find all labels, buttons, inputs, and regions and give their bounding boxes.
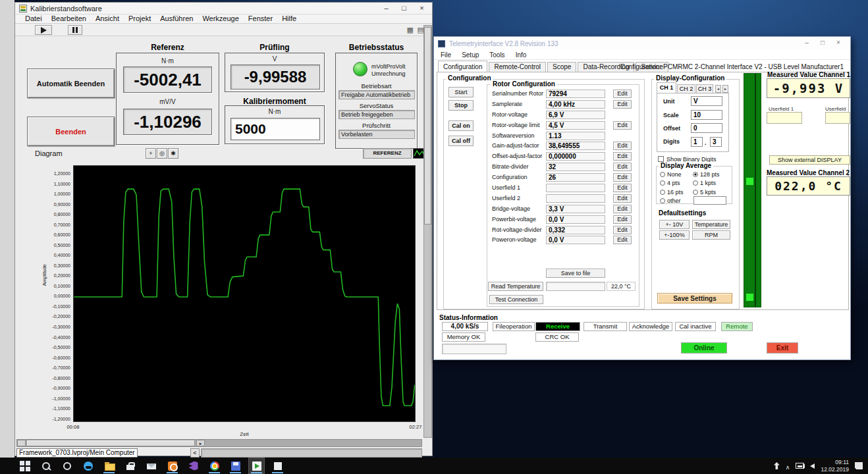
save-to-file-button[interactable]: Save to file (546, 269, 605, 278)
channel-tab-next-icon[interactable] (722, 85, 728, 93)
minimize-icon[interactable]: – (377, 3, 395, 14)
default-rpm-button[interactable]: RPM (692, 230, 730, 240)
hidden-icons-chevron-icon[interactable] (786, 460, 790, 472)
menu-item[interactable]: Fenster (244, 14, 277, 23)
title-bar[interactable]: Kalibrierstandsoftware – □ × (15, 3, 432, 14)
channel-tab-2[interactable]: CH 2 (677, 84, 695, 93)
taskbar-icon[interactable] (122, 458, 138, 473)
average-option[interactable]: 1 kpts (693, 179, 731, 188)
close-icon[interactable]: × (830, 38, 846, 48)
field-value[interactable]: 0,0 V (546, 236, 605, 244)
read-temperature-button[interactable]: Read Temperature (488, 282, 543, 291)
tab[interactable]: Scope (547, 62, 576, 72)
menu-item[interactable]: Bearbeiten (47, 14, 91, 23)
average-other-input[interactable] (693, 196, 726, 205)
edit-button[interactable]: Edit (613, 226, 632, 234)
scrollbar-left-box[interactable] (17, 440, 26, 446)
menu-item[interactable]: Werkzeuge (198, 14, 243, 23)
field-value[interactable]: 32 (546, 163, 605, 171)
menu-item[interactable]: Ansicht (91, 14, 124, 23)
digits-left-input[interactable]: 1 (691, 137, 703, 147)
stop-button[interactable]: Stop (448, 100, 474, 111)
edit-button[interactable]: Edit (613, 236, 632, 244)
taskbar-icon[interactable] (80, 458, 95, 473)
edit-button[interactable]: Edit (613, 194, 632, 203)
field-value[interactable]: 6,9 V (546, 111, 605, 119)
title-bar[interactable]: Telemetryinterface V2.8 Revision 133 – □… (434, 37, 850, 50)
start-button[interactable]: Start (448, 87, 474, 97)
tab[interactable]: Remote-Control (489, 62, 546, 72)
edit-button[interactable]: Edit (613, 100, 632, 109)
cal-on-button[interactable]: Cal on (448, 120, 474, 131)
clock[interactable]: 09:11 12.02.2019 (821, 459, 849, 473)
edit-button[interactable]: Edit (613, 152, 632, 161)
edit-button[interactable]: Edit (613, 173, 632, 182)
taskbar-icon[interactable] (59, 458, 74, 473)
average-option[interactable]: other (660, 197, 693, 206)
notification-center-icon[interactable] (855, 462, 863, 469)
scale-input[interactable]: 10 (691, 110, 722, 120)
field-value[interactable]: 3,3 V (546, 205, 605, 213)
taskbar-icon[interactable] (186, 458, 201, 473)
scrollbar-right-arrow-icon[interactable] (196, 440, 205, 446)
vertical-scrollbar-thumb[interactable] (424, 27, 431, 224)
edit-button[interactable]: Edit (613, 90, 632, 98)
edit-button[interactable]: Edit (613, 163, 632, 171)
maximize-icon[interactable]: □ (395, 3, 413, 14)
menu-item[interactable]: Tools (489, 51, 504, 59)
edit-button[interactable]: Edit (613, 142, 632, 150)
vertical-scrollbar[interactable] (423, 25, 432, 438)
show-binary-checkbox[interactable] (658, 156, 664, 162)
field-value[interactable]: 1.13 (546, 132, 605, 140)
field-value[interactable] (546, 194, 605, 203)
menu-item[interactable]: Info (516, 51, 527, 59)
close-icon[interactable]: × (413, 3, 431, 14)
default-100pct-button[interactable]: +-100% (659, 230, 690, 240)
field-value[interactable]: 0,332 (546, 226, 605, 234)
taskbar-icon[interactable] (249, 458, 264, 473)
menu-item[interactable]: File (441, 51, 451, 59)
pan-tool-icon[interactable]: ✱ (168, 148, 178, 159)
offset-input[interactable]: 0 (691, 123, 722, 133)
taskbar-icon[interactable] (144, 458, 159, 473)
beenden-button[interactable]: Beenden (27, 117, 115, 146)
kalibriermoment-input[interactable]: 5000 (231, 118, 320, 140)
channel-tab-1[interactable]: CH 1 (657, 82, 676, 93)
align-grid-icon[interactable] (407, 26, 414, 34)
average-option[interactable]: None (660, 170, 693, 179)
maximize-icon[interactable]: □ (815, 38, 830, 48)
pause-button[interactable] (68, 25, 82, 35)
digits-right-input[interactable]: 3 (710, 137, 722, 147)
save-settings-button[interactable]: Save Settings (657, 293, 732, 303)
project-path[interactable]: Framework_0703.lvproj/Mein Computer (16, 448, 138, 458)
back-button[interactable]: < (190, 448, 200, 458)
menu-item[interactable]: Setup (462, 51, 479, 59)
unit-input[interactable]: V (691, 96, 722, 106)
field-value[interactable]: 4,00 kHz (546, 100, 605, 109)
automatik-beenden-button[interactable]: Automatik Beenden (27, 68, 115, 98)
test-connection-button[interactable]: Test Connection (489, 295, 543, 304)
tray-device-icon[interactable] (774, 462, 780, 469)
horizontal-scrollbar[interactable] (16, 439, 422, 447)
cal-off-button[interactable]: Cal off (448, 136, 474, 146)
channel-tab-3[interactable]: CH 3 (696, 84, 713, 93)
taskbar-icon[interactable] (207, 458, 222, 473)
menu-item[interactable]: Datei (20, 14, 47, 23)
average-option[interactable]: 5 kpts (693, 188, 731, 197)
show-external-display-button[interactable]: Show external DISPLAY (769, 155, 850, 165)
field-value[interactable]: 0,000000 (546, 152, 605, 161)
tab[interactable]: Configuration (438, 61, 487, 72)
run-button[interactable] (35, 25, 52, 35)
scrollbar-thumb[interactable] (26, 440, 195, 446)
average-option[interactable]: 16 pts (660, 188, 693, 197)
average-option[interactable]: 128 pts (693, 170, 731, 179)
taskbar-icon[interactable] (165, 458, 180, 473)
minimize-icon[interactable]: – (799, 38, 815, 48)
edit-button[interactable]: Edit (613, 184, 632, 192)
field-value[interactable] (546, 184, 605, 192)
field-value[interactable]: 4,5 V (546, 121, 605, 130)
taskbar-icon[interactable] (17, 458, 32, 473)
menu-item[interactable]: Projekt (124, 14, 155, 23)
zoom-tool-icon[interactable]: ◎ (157, 148, 167, 159)
field-value[interactable]: 26 (546, 173, 605, 182)
